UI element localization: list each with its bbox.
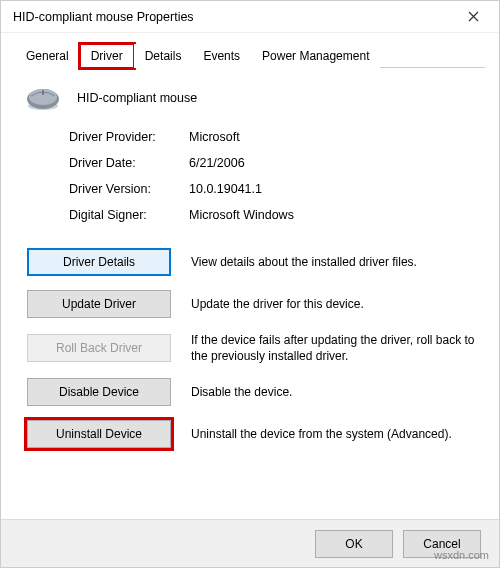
provider-value: Microsoft bbox=[189, 130, 477, 144]
driver-details-desc: View details about the installed driver … bbox=[191, 254, 477, 270]
roll-back-driver-desc: If the device fails after updating the d… bbox=[191, 332, 477, 364]
device-name: HID-compliant mouse bbox=[77, 91, 197, 105]
driver-info: Driver Provider: Microsoft Driver Date: … bbox=[69, 130, 477, 222]
uninstall-device-button[interactable]: Uninstall Device bbox=[27, 420, 171, 448]
roll-back-driver-button: Roll Back Driver bbox=[27, 334, 171, 362]
svg-rect-3 bbox=[42, 90, 44, 95]
watermark: wsxdn.com bbox=[434, 549, 489, 561]
dialog-footer: OK Cancel bbox=[1, 519, 499, 567]
provider-label: Driver Provider: bbox=[69, 130, 189, 144]
ok-button[interactable]: OK bbox=[315, 530, 393, 558]
window-title: HID-compliant mouse Properties bbox=[13, 10, 194, 24]
driver-details-button[interactable]: Driver Details bbox=[27, 248, 171, 276]
tab-driver[interactable]: Driver bbox=[80, 44, 134, 68]
disable-device-button[interactable]: Disable Device bbox=[27, 378, 171, 406]
tab-power-management[interactable]: Power Management bbox=[251, 44, 380, 68]
close-icon[interactable] bbox=[453, 2, 493, 32]
update-driver-button[interactable]: Update Driver bbox=[27, 290, 171, 318]
driver-pane: HID-compliant mouse Driver Provider: Mic… bbox=[1, 68, 499, 458]
tab-bar: General Driver Details Events Power Mana… bbox=[15, 43, 485, 68]
date-label: Driver Date: bbox=[69, 156, 189, 170]
mouse-icon bbox=[23, 84, 63, 112]
titlebar: HID-compliant mouse Properties bbox=[1, 1, 499, 33]
tab-details[interactable]: Details bbox=[134, 44, 193, 68]
device-header: HID-compliant mouse bbox=[23, 84, 477, 112]
tab-events[interactable]: Events bbox=[192, 44, 251, 68]
disable-device-desc: Disable the device. bbox=[191, 384, 477, 400]
version-value: 10.0.19041.1 bbox=[189, 182, 477, 196]
date-value: 6/21/2006 bbox=[189, 156, 477, 170]
signer-value: Microsoft Windows bbox=[189, 208, 477, 222]
uninstall-device-desc: Uninstall the device from the system (Ad… bbox=[191, 426, 477, 442]
driver-actions: Driver Details View details about the in… bbox=[27, 248, 477, 448]
version-label: Driver Version: bbox=[69, 182, 189, 196]
update-driver-desc: Update the driver for this device. bbox=[191, 296, 477, 312]
signer-label: Digital Signer: bbox=[69, 208, 189, 222]
tab-general[interactable]: General bbox=[15, 44, 80, 68]
